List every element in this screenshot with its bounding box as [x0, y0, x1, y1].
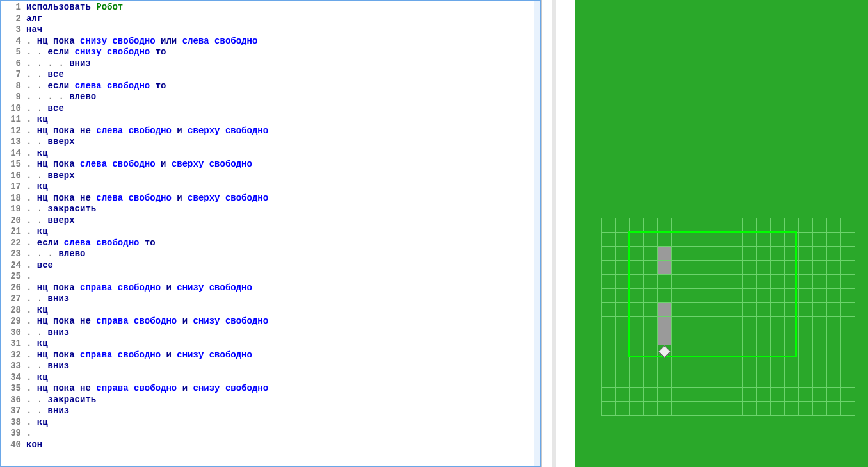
- code-content[interactable]: . нц пока не слева свободно и сверху сво…: [26, 126, 540, 137]
- code-line[interactable]: 1использовать Робот: [1, 2, 540, 13]
- code-content[interactable]: . кц: [26, 114, 540, 126]
- code-content[interactable]: . кц: [26, 226, 540, 238]
- code-content[interactable]: .: [26, 271, 540, 283]
- code-line[interactable]: 2алг: [1, 13, 540, 25]
- code-line[interactable]: 18. нц пока не слева свободно и сверху с…: [1, 193, 540, 204]
- code-line[interactable]: 19. . закрасить: [1, 204, 540, 215]
- line-number: 18: [1, 193, 26, 204]
- line-number: 25: [1, 271, 26, 283]
- gridline-vertical: [812, 218, 813, 415]
- code-content[interactable]: . . вверх: [26, 136, 540, 148]
- code-content[interactable]: .: [26, 428, 540, 439]
- code-content[interactable]: . кц: [26, 148, 540, 160]
- token-cmd: вверх: [48, 215, 75, 225]
- indent-dots: . .: [26, 215, 48, 225]
- code-line[interactable]: 40кон: [1, 439, 540, 451]
- code-content[interactable]: . . если слева свободно то: [26, 81, 540, 92]
- code-content[interactable]: . нц пока не справа свободно и снизу сво…: [26, 316, 540, 327]
- code-line[interactable]: 34. кц: [1, 372, 540, 384]
- code-content[interactable]: . кц: [26, 417, 540, 429]
- code-line[interactable]: 32. нц пока справа свободно и снизу своб…: [1, 350, 540, 361]
- code-line[interactable]: 23. . . влево: [1, 249, 540, 260]
- code-line[interactable]: 17. кц: [1, 181, 540, 193]
- code-content[interactable]: . нц пока справа свободно и снизу свобод…: [26, 350, 540, 361]
- code-line[interactable]: 31. кц: [1, 338, 540, 350]
- code-content[interactable]: . . закрасить: [26, 204, 540, 215]
- code-line[interactable]: 39.: [1, 428, 540, 439]
- code-line[interactable]: 36. . закрасить: [1, 395, 540, 406]
- code-line[interactable]: 9. . . . влево: [1, 92, 540, 103]
- code-content[interactable]: . . если снизу свободно то: [26, 47, 540, 58]
- code-line[interactable]: 25.: [1, 271, 540, 283]
- code-line[interactable]: 20. . вверх: [1, 215, 540, 227]
- code-content[interactable]: алг: [26, 13, 540, 25]
- code-line[interactable]: 27. . вниз: [1, 293, 540, 305]
- code-content[interactable]: . . закрасить: [26, 395, 540, 406]
- pane-gap: [541, 0, 552, 467]
- code-line[interactable]: 21. кц: [1, 226, 540, 238]
- code-content[interactable]: . кц: [26, 372, 540, 384]
- indent-dots: . .: [26, 47, 48, 57]
- code-line[interactable]: 11. кц: [1, 114, 540, 126]
- code-content[interactable]: . . . . влево: [26, 92, 540, 103]
- code-line[interactable]: 22. если слева свободно то: [1, 238, 540, 249]
- code-line[interactable]: 8. . если слева свободно то: [1, 81, 540, 92]
- code-content[interactable]: . . все: [26, 103, 540, 115]
- code-line[interactable]: 5. . если снизу свободно то: [1, 47, 540, 58]
- token-kw: и: [166, 350, 171, 360]
- token-cmd: вниз: [48, 406, 70, 416]
- code-line[interactable]: 29. нц пока не справа свободно и снизу с…: [1, 316, 540, 327]
- code-content[interactable]: . нц пока слева свободно и сверху свобод…: [26, 159, 540, 170]
- code-content[interactable]: . . вниз: [26, 293, 540, 305]
- code-line[interactable]: 7. . все: [1, 69, 540, 81]
- code-content[interactable]: . . . влево: [26, 249, 540, 260]
- code-content[interactable]: . нц пока не справа свободно и снизу сво…: [26, 383, 540, 395]
- code-line[interactable]: 35. нц пока не справа свободно и снизу с…: [1, 383, 540, 395]
- code-content[interactable]: . все: [26, 260, 540, 272]
- code-content[interactable]: нач: [26, 24, 540, 36]
- code-line[interactable]: 14. кц: [1, 148, 540, 160]
- code-content[interactable]: . . вверх: [26, 215, 540, 227]
- code-content[interactable]: . нц пока снизу свободно или слева свобо…: [26, 36, 540, 47]
- code-content[interactable]: . . все: [26, 69, 540, 81]
- code-line[interactable]: 33. . вниз: [1, 361, 540, 372]
- code-content[interactable]: . . вниз: [26, 327, 540, 339]
- code-content[interactable]: . если слева свободно то: [26, 238, 540, 249]
- token-kw: то: [156, 81, 166, 91]
- code-line[interactable]: 6. . . . вниз: [1, 58, 540, 70]
- code-line[interactable]: 10. . все: [1, 103, 540, 115]
- code-line[interactable]: 13. . вверх: [1, 136, 540, 148]
- code-content[interactable]: . . . . вниз: [26, 58, 540, 70]
- code-line[interactable]: 38. кц: [1, 417, 540, 429]
- code-content[interactable]: . кц: [26, 338, 540, 350]
- code-content[interactable]: . кц: [26, 181, 540, 193]
- code-content[interactable]: . нц пока справа свободно и снизу свобод…: [26, 283, 540, 294]
- token-sp: [150, 81, 155, 91]
- code-content[interactable]: . нц пока не слева свободно и сверху сво…: [26, 193, 540, 204]
- token-kw: или: [161, 36, 177, 46]
- code-line[interactable]: 15. нц пока слева свободно и сверху своб…: [1, 159, 540, 170]
- code-line[interactable]: 3нач: [1, 24, 540, 36]
- code-line[interactable]: 26. нц пока справа свободно и снизу своб…: [1, 283, 540, 294]
- code-content[interactable]: использовать Робот: [26, 2, 540, 13]
- line-number: 24: [1, 260, 26, 272]
- code-content[interactable]: . . вниз: [26, 361, 540, 372]
- code-line[interactable]: 4. нц пока снизу свободно или слева своб…: [1, 36, 540, 47]
- code-content[interactable]: . кц: [26, 305, 540, 316]
- code-content[interactable]: . . вверх: [26, 170, 540, 182]
- gridline-vertical: [615, 218, 616, 415]
- line-number: 34: [1, 372, 26, 384]
- code-line[interactable]: 30. . вниз: [1, 327, 540, 339]
- code-line[interactable]: 28. кц: [1, 305, 540, 316]
- code-content[interactable]: кон: [26, 439, 540, 451]
- indent-dots: . .: [26, 327, 48, 338]
- token-cond: справа свободно: [96, 383, 177, 393]
- robot-field-pane[interactable]: [575, 0, 868, 467]
- code-line[interactable]: 37. . вниз: [1, 406, 540, 417]
- code-line[interactable]: 16. . вверх: [1, 170, 540, 182]
- code-editor[interactable]: 1использовать Робот2алг3нач4. нц пока сн…: [0, 0, 541, 467]
- code-content[interactable]: . . вниз: [26, 406, 540, 417]
- code-line[interactable]: 24. все: [1, 260, 540, 272]
- code-line[interactable]: 12. нц пока не слева свободно и сверху с…: [1, 126, 540, 137]
- token-sp: [91, 126, 96, 136]
